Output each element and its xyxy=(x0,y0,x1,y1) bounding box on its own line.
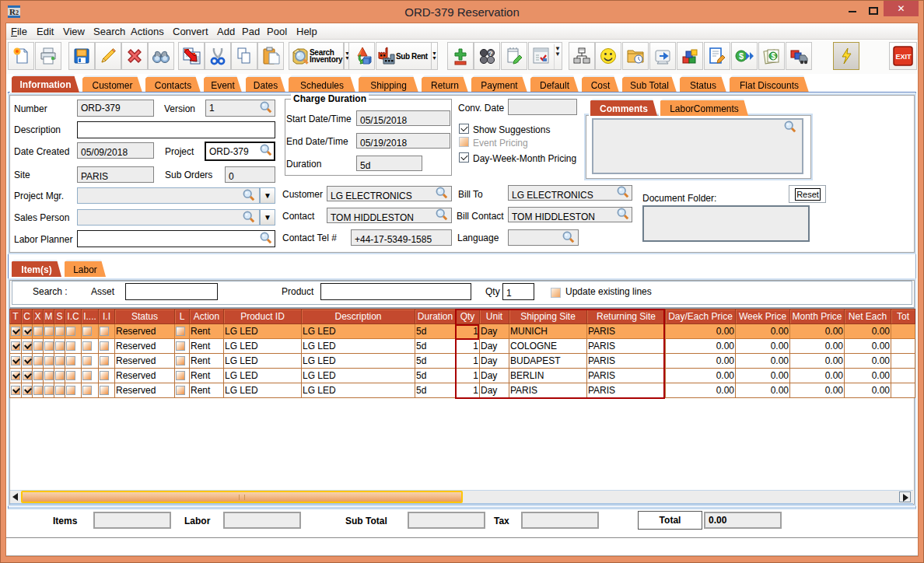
svg-text:EXIT: EXIT xyxy=(896,53,912,61)
svg-text:$: $ xyxy=(772,52,776,61)
svg-text:$: $ xyxy=(739,51,744,61)
svg-text:?: ? xyxy=(488,50,493,58)
